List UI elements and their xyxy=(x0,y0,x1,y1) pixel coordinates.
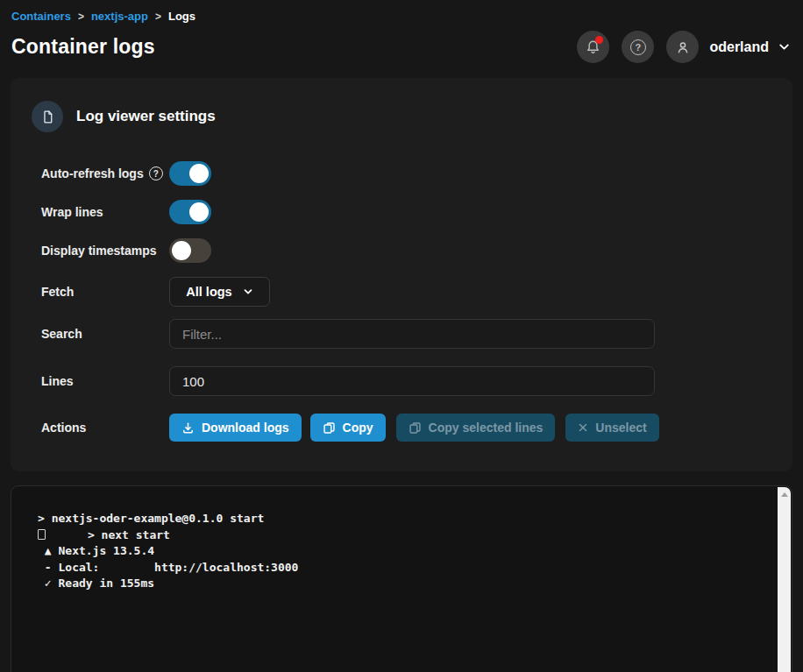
breadcrumb-separator: > xyxy=(155,11,161,23)
question-circle-icon[interactable]: ? xyxy=(149,166,163,180)
breadcrumb-separator: > xyxy=(78,11,84,23)
terminal-output: > nextjs-oder-example@0.1.0 start > next… xyxy=(11,486,792,592)
toggle-knob xyxy=(172,241,191,260)
log-line: ▲ Next.js 13.5.4 xyxy=(38,543,769,560)
vertical-scrollbar[interactable] xyxy=(778,487,791,672)
copy-icon xyxy=(323,421,336,435)
user-avatar-icon xyxy=(674,39,692,56)
page-header: Container logs ? xyxy=(0,31,803,63)
log-line: ✓ Ready in 155ms xyxy=(38,576,769,592)
download-icon xyxy=(181,421,195,435)
auto-refresh-row: Auto-refresh logs ? xyxy=(41,161,771,186)
help-icon: ? xyxy=(630,39,646,55)
chevron-down-icon xyxy=(243,286,253,297)
toggle-knob xyxy=(189,164,209,183)
user-menu[interactable]: oderland xyxy=(666,31,791,63)
auto-refresh-label: Auto-refresh logs xyxy=(41,166,144,180)
toggle-knob xyxy=(189,202,209,222)
actions-label: Actions xyxy=(41,421,86,435)
download-logs-button[interactable]: Download logs xyxy=(169,414,302,442)
log-output-panel[interactable]: > nextjs-oder-example@0.1.0 start > next… xyxy=(11,485,792,672)
timestamps-label: Display timestamps xyxy=(41,244,157,258)
fetch-select-value: All logs xyxy=(186,285,231,299)
fetch-row: Fetch All logs xyxy=(41,277,771,307)
search-label: Search xyxy=(41,327,82,341)
scroll-up-arrow-icon xyxy=(781,492,788,497)
auto-refresh-toggle[interactable] xyxy=(169,161,211,186)
breadcrumb-containers[interactable]: Containers xyxy=(11,10,71,23)
header-actions: ? oderland xyxy=(577,31,791,63)
document-icon xyxy=(32,101,63,132)
wrap-lines-toggle[interactable] xyxy=(169,200,211,224)
copy-button[interactable]: Copy xyxy=(310,414,386,442)
user-avatar xyxy=(666,31,699,63)
card-title: Log viewer settings xyxy=(76,108,216,125)
wrap-lines-label: Wrap lines xyxy=(41,205,103,219)
log-viewer-settings-card: Log viewer settings Auto-refresh logs ? … xyxy=(11,78,792,471)
breadcrumb: Containers > nextjs-app > Logs xyxy=(0,0,803,23)
page-title: Container logs xyxy=(11,35,155,59)
timestamps-row: Display timestamps xyxy=(41,238,771,263)
unselect-button[interactable]: Unselect xyxy=(565,414,658,442)
lines-label: Lines xyxy=(41,374,74,388)
username: oderland xyxy=(709,39,769,55)
help-button[interactable]: ? xyxy=(622,31,654,63)
fetch-label: Fetch xyxy=(41,285,74,299)
breadcrumb-logs: Logs xyxy=(168,10,195,23)
fetch-select[interactable]: All logs xyxy=(169,277,270,307)
x-icon xyxy=(578,422,588,433)
action-buttons: Download logs Copy Cop xyxy=(169,414,659,442)
notifications-button[interactable] xyxy=(577,31,609,63)
actions-row: Actions Download logs Copy xyxy=(41,414,771,442)
notification-badge xyxy=(595,36,603,44)
wrap-lines-row: Wrap lines xyxy=(41,200,771,224)
copy-icon xyxy=(409,421,422,435)
chevron-down-icon xyxy=(778,40,791,53)
search-input[interactable] xyxy=(169,319,655,349)
unknown-glyph-icon xyxy=(38,529,46,540)
lines-row: Lines xyxy=(41,366,771,396)
breadcrumb-nextjs-app[interactable]: nextjs-app xyxy=(91,10,148,23)
log-line: > next start xyxy=(38,527,769,544)
copy-selected-lines-button[interactable]: Copy selected lines xyxy=(396,414,556,442)
search-row: Search xyxy=(41,319,771,349)
timestamps-toggle[interactable] xyxy=(169,238,211,263)
log-line: - Local: http://localhost:3000 xyxy=(38,560,769,577)
card-header: Log viewer settings xyxy=(32,101,771,132)
lines-input[interactable] xyxy=(169,366,655,396)
log-line: > nextjs-oder-example@0.1.0 start xyxy=(38,511,769,527)
